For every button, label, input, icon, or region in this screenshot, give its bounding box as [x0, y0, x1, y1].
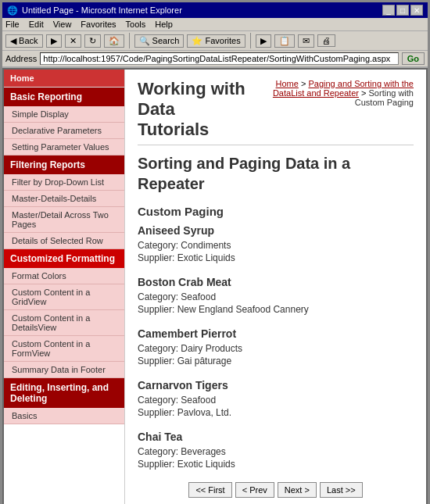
history-button[interactable]: 📋 — [274, 34, 295, 48]
sidebar-item-filter-dropdown[interactable]: Filter by Drop-Down List — [4, 174, 124, 191]
product-category-1: Category: Seafood — [138, 291, 414, 302]
title-bar-buttons[interactable]: _ □ ✕ — [382, 5, 423, 16]
sidebar-section-editing[interactable]: Editing, Inserting, and Deleting — [4, 378, 124, 408]
separator-2 — [250, 33, 251, 48]
favorites-button[interactable]: ⭐ Favorites — [187, 34, 245, 48]
sidebar-section-basic-reporting[interactable]: Basic Reporting — [4, 88, 124, 106]
next-page-button[interactable]: Next > — [278, 482, 317, 498]
sidebar-item-master-detail-two-pages[interactable]: Master/Detail Across Two Pages — [4, 207, 124, 233]
maximize-button[interactable]: □ — [396, 5, 409, 16]
product-supplier-2: Supplier: Gai pâturage — [138, 356, 414, 366]
sidebar-item-simple-display[interactable]: Simple Display — [4, 106, 124, 123]
menu-file[interactable]: File — [5, 20, 20, 29]
window-title: Untitled Page - Microsoft Internet Explo… — [22, 5, 182, 15]
home-button[interactable]: 🏠 — [104, 34, 124, 48]
sidebar-item-format-colors[interactable]: Format Colors — [4, 268, 124, 284]
content-area: Working with Data Tutorials Home > Pagin… — [125, 70, 426, 504]
product-block-2: Camembert Pierrot Category: Dairy Produc… — [138, 327, 414, 366]
product-block-0: Aniseed Syrup Category: Condiments Suppl… — [138, 224, 414, 263]
sidebar-home[interactable]: Home — [4, 70, 124, 88]
browser-window: 🌐 Untitled Page - Microsoft Internet Exp… — [0, 0, 430, 504]
address-input[interactable] — [40, 52, 398, 65]
print-button[interactable]: 🖨 — [317, 34, 335, 47]
menu-bar: File Edit View Favorites Tools Help — [2, 18, 428, 31]
product-block-1: Boston Crab Meat Category: Seafood Suppl… — [138, 276, 414, 315]
go-button[interactable]: Go — [402, 52, 425, 65]
address-label: Address — [5, 54, 37, 63]
product-name-3: Carnarvon Tigers — [138, 379, 414, 391]
browser-icon: 🌐 — [7, 5, 18, 16]
first-page-button[interactable]: << First — [188, 482, 231, 498]
sidebar-item-master-details[interactable]: Master-Details-Details — [4, 191, 124, 207]
menu-tools[interactable]: Tools — [126, 20, 146, 29]
pagination: << First < Prev Next > Last >> — [138, 482, 414, 498]
product-block-4: Chai Tea Category: Beverages Supplier: E… — [138, 431, 414, 470]
product-supplier-4: Supplier: Exotic Liquids — [138, 459, 414, 470]
menu-edit[interactable]: Edit — [29, 20, 44, 29]
main-wrapper: Home Basic Reporting Simple Display Decl… — [2, 68, 428, 504]
page-layout: Home Basic Reporting Simple Display Decl… — [4, 70, 426, 504]
product-name-4: Chai Tea — [138, 431, 414, 443]
mail-button[interactable]: ✉ — [298, 34, 314, 48]
breadcrumb-home[interactable]: Home — [276, 79, 299, 88]
address-bar: Address Go — [2, 51, 428, 68]
title-bar: 🌐 Untitled Page - Microsoft Internet Exp… — [2, 2, 428, 18]
toolbar: ◀ Back ▶ ✕ ↻ 🏠 🔍 Search ⭐ Favorites ▶ 📋 … — [2, 31, 428, 51]
product-name-2: Camembert Pierrot — [138, 327, 414, 340]
search-button[interactable]: 🔍 Search — [134, 34, 185, 48]
separator-1 — [129, 33, 130, 48]
breadcrumb: Home > Paging and Sorting with the DataL… — [247, 79, 414, 107]
page-site-title: Working with Data Tutorials — [138, 79, 247, 140]
sidebar-item-custom-content-formview[interactable]: Custom Content in a FormView — [4, 336, 124, 362]
refresh-button[interactable]: ↻ — [84, 34, 101, 48]
product-name-1: Boston Crab Meat — [138, 276, 414, 288]
content-header: Working with Data Tutorials Home > Pagin… — [138, 79, 414, 145]
sidebar-item-custom-content-detailsview[interactable]: Custom Content in a DetailsView — [4, 310, 124, 336]
breadcrumb-sep-2: > — [361, 88, 368, 98]
sidebar-item-summary-data-footer[interactable]: Summary Data in Footer — [4, 362, 124, 378]
section-title: Custom Paging — [138, 205, 414, 218]
sidebar-item-custom-content-gridview[interactable]: Custom Content in a GridView — [4, 284, 124, 310]
product-block-3: Carnarvon Tigers Category: Seafood Suppl… — [138, 379, 414, 418]
prev-page-button[interactable]: < Prev — [235, 482, 274, 498]
title-bar-left: 🌐 Untitled Page - Microsoft Internet Exp… — [7, 5, 182, 16]
minimize-button[interactable]: _ — [382, 5, 395, 16]
product-supplier-0: Supplier: Exotic Liquids — [138, 252, 414, 263]
product-category-0: Category: Condiments — [138, 240, 414, 251]
close-button[interactable]: ✕ — [410, 5, 423, 16]
sidebar-item-details-selected-row[interactable]: Details of Selected Row — [4, 233, 124, 249]
sidebar-section-filtering-reports[interactable]: Filtering Reports — [4, 155, 124, 174]
menu-view[interactable]: View — [53, 20, 72, 29]
product-supplier-3: Supplier: Pavlova, Ltd. — [138, 407, 414, 418]
sidebar-item-basics[interactable]: Basics — [4, 408, 124, 424]
back-button[interactable]: ◀ Back — [5, 34, 43, 48]
product-name-0: Aniseed Syrup — [138, 224, 414, 237]
menu-help[interactable]: Help — [155, 20, 173, 29]
product-category-2: Category: Dairy Products — [138, 343, 414, 354]
menu-favorites[interactable]: Favorites — [81, 20, 116, 29]
product-category-4: Category: Beverages — [138, 446, 414, 457]
sidebar-section-customized-formatting[interactable]: Customized Formatting — [4, 249, 124, 268]
product-supplier-1: Supplier: New England Seafood Cannery — [138, 304, 414, 315]
sidebar-item-declarative-parameters[interactable]: Declarative Parameters — [4, 123, 124, 139]
content-title: Sorting and Paging Data in a Repeater — [138, 153, 414, 194]
stop-button[interactable]: ✕ — [65, 34, 81, 48]
product-category-3: Category: Seafood — [138, 395, 414, 406]
media-button[interactable]: ▶ — [256, 34, 271, 48]
sidebar-item-setting-parameter-values[interactable]: Setting Parameter Values — [4, 139, 124, 155]
last-page-button[interactable]: Last >> — [320, 482, 363, 498]
forward-button[interactable]: ▶ — [46, 34, 62, 48]
sidebar: Home Basic Reporting Simple Display Decl… — [4, 70, 125, 504]
